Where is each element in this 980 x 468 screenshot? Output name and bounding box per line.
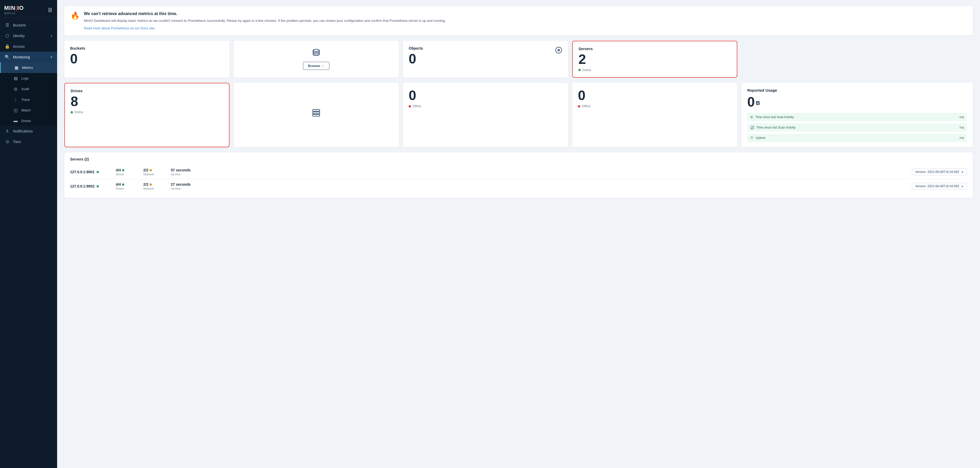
- sidebar-item-label: Audit: [21, 87, 29, 91]
- server-2-version-text: Version: 2022-08-08T18:34:09Z: [915, 185, 959, 188]
- drives-offline-value: 0: [578, 88, 732, 103]
- scan-activity-label: Time since last Scan Activity: [756, 126, 795, 129]
- chevron-up-icon: ∧: [50, 34, 52, 37]
- svg-rect-3: [313, 110, 320, 111]
- server-1-uptime-val: 57 seconds: [171, 168, 191, 172]
- sidebar-item-drives[interactable]: ▬ Drives: [0, 116, 57, 126]
- objects-icon: [555, 46, 562, 55]
- sidebar-item-label: Logs: [21, 76, 29, 80]
- sidebar-item-notifications[interactable]: λ Notifications: [0, 126, 57, 136]
- drives-db-icon: [312, 108, 320, 119]
- drives-offline-label: Offline: [582, 104, 590, 108]
- servers-offline-card: 0 Offline: [403, 83, 568, 147]
- server-2-uptime: 27 seconds Up time: [171, 182, 194, 190]
- servers-card: Servers 2 Online: [572, 41, 737, 78]
- heal-activity-row: ⚙ Time since last Heal Activity n/a: [747, 113, 967, 121]
- server-2-status-dot: [97, 185, 99, 188]
- drives-label: Drives: [71, 89, 223, 93]
- server-2-drives-val: 4/4: [116, 182, 124, 186]
- watch-icon: ◫: [13, 108, 18, 113]
- server-row-2: 127.0.0.1:9002 4/4 Drives 2/2 Network 27…: [70, 179, 967, 193]
- alert-link[interactable]: Read more about Prometheus on our Docs s…: [84, 26, 155, 30]
- sidebar-item-label: Notifications: [13, 129, 33, 133]
- drives-card: Drives 8 Online: [64, 83, 229, 147]
- servers-offline-status: Offline: [409, 104, 562, 108]
- uptime-icon: ⏱: [750, 136, 753, 140]
- server-2-network: 2/2 Network: [143, 182, 167, 190]
- server-1-ip-text: 127.0.0.1:9001: [70, 170, 94, 174]
- network-2-status-dot: [150, 183, 152, 186]
- objects-card: Objects 0: [403, 41, 568, 78]
- server-2-network-val: 2/2: [143, 182, 152, 186]
- drives-offline-card: 0 Offline: [572, 83, 737, 147]
- hamburger-button[interactable]: |||: [47, 6, 53, 13]
- servers-section: Servers (2) 127.0.0.1:9001 4/4 Drives 2/…: [64, 153, 973, 198]
- sidebar-item-trace[interactable]: ⋮ Trace: [0, 94, 57, 105]
- scan-activity-left: 🔄 Time since last Scan Activity: [750, 126, 795, 129]
- drives-2-status-dot: [122, 183, 124, 186]
- sidebar-item-monitoring[interactable]: 🔍 Monitoring ∨: [0, 52, 57, 62]
- audit-icon: ◎: [13, 86, 18, 91]
- metrics-icon: ▦: [14, 65, 19, 70]
- server-2-version: Version: 2022-08-08T18:34:09Z ∧: [912, 183, 967, 189]
- sidebar-item-label: Watch: [21, 108, 31, 112]
- server-ip-2: 127.0.0.1:9002: [70, 184, 111, 188]
- alert-banner: 🔥 We can't retrieve advanced metrics at …: [64, 6, 973, 36]
- server-2-uptime-val: 27 seconds: [171, 182, 191, 186]
- sidebar-item-identity[interactable]: ⬡ Identity ∧: [0, 30, 57, 41]
- offline-dot: [409, 105, 411, 108]
- alert-title: We can't retrieve advanced metrics at th…: [84, 11, 446, 16]
- chevron-up-icon-2: ∧: [961, 185, 964, 188]
- reported-usage-value: 0: [747, 94, 755, 109]
- server-2-uptime-label: Up time: [171, 187, 181, 190]
- usage-rows: ⚙ Time since last Heal Activity n/a 🔄 Ti…: [747, 113, 967, 142]
- drives-offline-dot: [578, 105, 580, 108]
- reported-usage-unit: B: [756, 100, 760, 106]
- sidebar-item-watch[interactable]: ◫ Watch: [0, 105, 57, 116]
- servers-offline-value: 0: [409, 88, 562, 103]
- chevron-down-icon: ∨: [50, 55, 52, 59]
- sidebar-item-metrics[interactable]: ▦ Metrics: [0, 62, 57, 73]
- sidebar-item-buckets[interactable]: ☰ Buckets: [0, 20, 57, 30]
- database-icon: [312, 49, 320, 59]
- sidebar-item-tiers[interactable]: ⊙ Tiers: [0, 136, 57, 147]
- server-2-network-label: Network: [143, 187, 154, 190]
- scan-activity-value: n/a: [959, 126, 964, 129]
- logo: MIN|IO AGPLv3: [4, 5, 24, 15]
- uptime-row: ⏱ Uptime n/a: [747, 134, 967, 142]
- servers-value: 2: [578, 52, 731, 67]
- sidebar-item-label: Trace: [21, 98, 30, 102]
- sidebar-item-logs[interactable]: ▤ Logs: [0, 73, 57, 84]
- reported-usage-value-row: 0 B: [747, 94, 967, 109]
- sidebar-item-access[interactable]: 🔒 Access: [0, 41, 57, 52]
- server-1-network-label: Network: [143, 173, 154, 176]
- online-dot: [578, 69, 581, 71]
- drives-offline-status: Offline: [578, 104, 732, 108]
- server-2-ip-text: 127.0.0.1:9002: [70, 184, 94, 188]
- sidebar-item-audit[interactable]: ◎ Audit: [0, 84, 57, 94]
- heal-icon: ⚙: [750, 115, 753, 119]
- sidebar-item-label: Tiers: [13, 140, 21, 144]
- servers-offline-label: Offline: [412, 104, 421, 108]
- uptime-label: Uptime: [756, 136, 765, 140]
- server-1-drives: 4/4 Drives: [116, 168, 139, 176]
- lock-icon: 🔒: [5, 44, 10, 49]
- identity-icon: ⬡: [5, 33, 10, 38]
- drives-online-dot: [71, 111, 73, 113]
- browse-button[interactable]: Browse →: [303, 62, 329, 70]
- main-content: 🔥 We can't retrieve advanced metrics at …: [57, 0, 980, 468]
- reported-usage-title: Reported Usage: [747, 88, 967, 92]
- objects-value: 0: [409, 51, 423, 66]
- server-1-network-val: 2/2: [143, 168, 152, 172]
- server-1-drives-val: 4/4: [116, 168, 124, 172]
- sidebar-nav: ☰ Buckets ⬡ Identity ∧ 🔒 Access 🔍 Monito…: [0, 18, 57, 468]
- objects-label: Objects: [409, 46, 423, 50]
- servers-section-title: Servers (2): [70, 157, 967, 161]
- server-row-1: 127.0.0.1:9001 4/4 Drives 2/2 Network 57…: [70, 165, 967, 179]
- stats-grid: Buckets 0 Browse → Objects 0: [64, 41, 973, 78]
- sidebar-header: MIN|IO AGPLv3 |||: [0, 0, 57, 18]
- buckets-value: 0: [70, 51, 224, 66]
- search-icon: 🔍: [5, 54, 10, 59]
- network-status-dot: [150, 169, 152, 171]
- servers-online-label: Online: [582, 68, 591, 72]
